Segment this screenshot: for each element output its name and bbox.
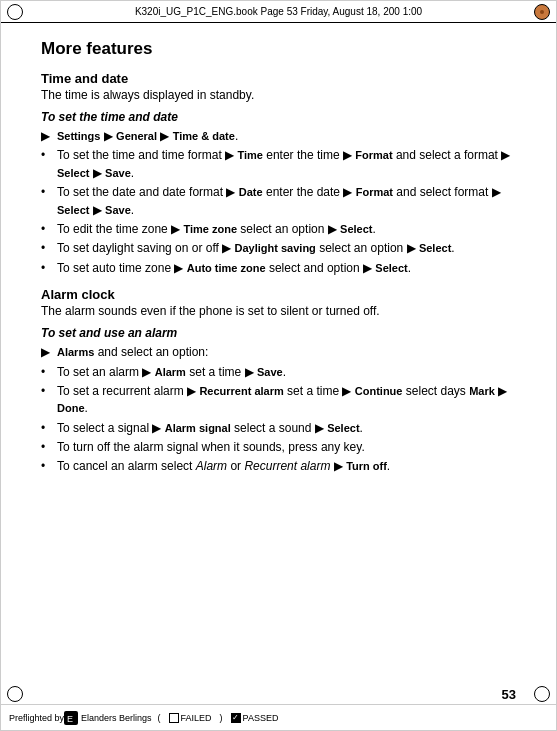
bullet-icon: • <box>41 184 53 201</box>
item-text: Settings ▶ General ▶ Time & date. <box>57 128 238 145</box>
subsection-title-set-alarm: To set and use an alarm <box>41 326 516 340</box>
bullet-icon: • <box>41 221 53 238</box>
corner-decoration-bottom-left <box>7 686 23 702</box>
page-number: 53 <box>502 687 516 702</box>
subsection-title-set-time-date: To set the time and date <box>41 110 516 124</box>
list-item: • To select a signal ▶ Alarm signal sele… <box>41 420 516 437</box>
list-item: • To cancel an alarm select Alarm or Rec… <box>41 458 516 475</box>
failed-checkbox: FAILED <box>169 713 212 723</box>
bullet-icon: • <box>41 240 53 257</box>
bullet-list-alarm: ▶ Alarms and select an option: • To set … <box>41 344 516 476</box>
list-item: ▶ Settings ▶ General ▶ Time & date. <box>41 128 516 145</box>
corner-decoration-top-right <box>534 4 550 20</box>
bullet-icon: • <box>41 439 53 456</box>
logo-icon: E <box>64 711 78 725</box>
bullet-list-time-date: ▶ Settings ▶ General ▶ Time & date. • To… <box>41 128 516 277</box>
corner-decoration-bottom-right <box>534 686 550 702</box>
item-text: Alarms and select an option: <box>57 344 208 361</box>
checkboxes: ( FAILED ) ✓ PASSED <box>158 713 279 723</box>
main-content: More features Time and date The time is … <box>41 23 516 680</box>
corner-decoration-top-left <box>7 4 23 20</box>
item-text: To edit the time zone ▶ Time zone select… <box>57 221 376 238</box>
section-title-alarm: Alarm clock <box>41 287 516 302</box>
item-text: To set the date and date format ▶ Date e… <box>57 184 516 219</box>
arrow-icon: ▶ <box>41 128 55 145</box>
failed-label: FAILED <box>181 713 212 723</box>
item-text: To set a recurrent alarm ▶ Recurrent ala… <box>57 383 516 418</box>
close-paren: ) <box>220 713 223 723</box>
section-time-date: Time and date The time is always display… <box>41 71 516 277</box>
section-alarm-clock: Alarm clock The alarm sounds even if the… <box>41 287 516 476</box>
list-item: • To turn off the alarm signal when it s… <box>41 439 516 456</box>
list-item: • To edit the time zone ▶ Time zone sele… <box>41 221 516 238</box>
list-item: • To set an alarm ▶ Alarm set a time ▶ S… <box>41 364 516 381</box>
item-text: To cancel an alarm select Alarm or Recur… <box>57 458 390 475</box>
book-info: K320i_UG_P1C_ENG.book Page 53 Friday, Au… <box>11 6 546 17</box>
bullet-icon: • <box>41 458 53 475</box>
bullet-icon: • <box>41 364 53 381</box>
passed-checkbox: ✓ PASSED <box>231 713 279 723</box>
item-text: To set the time and time format ▶ Time e… <box>57 147 516 182</box>
item-text: To set an alarm ▶ Alarm set a time ▶ Sav… <box>57 364 286 381</box>
company-logo: E Elanders Berlings <box>64 711 152 725</box>
company-name: Elanders Berlings <box>81 713 152 723</box>
list-item: ▶ Alarms and select an option: <box>41 344 516 361</box>
bullet-icon: • <box>41 147 53 164</box>
bullet-icon: • <box>41 383 53 400</box>
list-item: • To set auto time zone ▶ Auto time zone… <box>41 260 516 277</box>
page-container: K320i_UG_P1C_ENG.book Page 53 Friday, Au… <box>0 0 557 731</box>
bullet-icon: • <box>41 420 53 437</box>
bottom-bar: Preflighted by E Elanders Berlings ( FAI… <box>1 704 556 730</box>
arrow-icon: ▶ <box>41 344 55 361</box>
item-text: To turn off the alarm signal when it sou… <box>57 439 365 456</box>
passed-label: PASSED <box>243 713 279 723</box>
list-item: • To set the time and time format ▶ Time… <box>41 147 516 182</box>
open-paren: ( <box>158 713 161 723</box>
passed-checkbox-box: ✓ <box>231 713 241 723</box>
section-desc-time-date: The time is always displayed in standby. <box>41 88 516 102</box>
failed-checkbox-box <box>169 713 179 723</box>
section-title-time-date: Time and date <box>41 71 516 86</box>
item-text: To select a signal ▶ Alarm signal select… <box>57 420 363 437</box>
list-item: • To set daylight saving on or off ▶ Day… <box>41 240 516 257</box>
page-title: More features <box>41 39 516 59</box>
list-item: • To set the date and date format ▶ Date… <box>41 184 516 219</box>
section-desc-alarm: The alarm sounds even if the phone is se… <box>41 304 516 318</box>
item-text: To set auto time zone ▶ Auto time zone s… <box>57 260 411 277</box>
svg-text:E: E <box>67 714 73 724</box>
bullet-icon: • <box>41 260 53 277</box>
svg-point-1 <box>540 10 544 14</box>
list-item: • To set a recurrent alarm ▶ Recurrent a… <box>41 383 516 418</box>
top-bar: K320i_UG_P1C_ENG.book Page 53 Friday, Au… <box>1 1 556 23</box>
preflighted-label: Preflighted by <box>9 713 64 723</box>
item-text: To set daylight saving on or off ▶ Dayli… <box>57 240 455 257</box>
